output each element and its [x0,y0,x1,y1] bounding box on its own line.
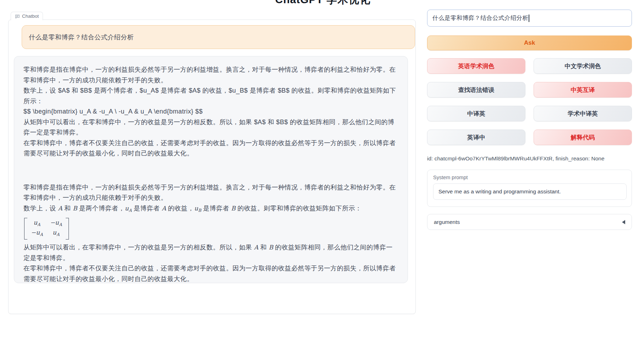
message-paragraph: 数学上，设 $A$ 和 $B$ 是两个博弈者，$u_A$ 是博弈者 $A$ 的收… [23,86,398,106]
message-paragraph: 零和博弈是指在博弈中，一方的利益损失必然等于另一方的利益增益。换言之，对于每一种… [23,65,398,86]
function-button-2[interactable]: 中文学术润色 [534,58,632,74]
chatbot-panel: 什么是零和博弈？结合公式介绍分析 零和博弈是指在博弈中，一方的利益损失必然等于另… [8,20,416,314]
message-paragraph: $$ \begin{bmatrix} u_A & -u_A \ -u_A & u… [23,106,398,117]
payoff-matrix: uA−uA−uAuA [24,218,69,240]
text-cursor [529,15,529,22]
system-prompt-value: Serve me as a writing and programming as… [438,188,561,195]
matrix-cell: −uA [31,229,43,238]
matrix-entries: uA−uA−uAuA [27,218,66,240]
function-button-8[interactable]: 解释代码 [534,130,632,145]
function-button-6[interactable]: 学术中译英 [534,106,632,121]
system-prompt-label: System prompt [433,175,626,180]
matrix-cell: uA [31,219,43,229]
message-paragraph: 零和博弈是指在博弈中，一方的利益损失必然等于另一方的利益增益。换言之，对于每一种… [23,182,398,203]
system-prompt-input[interactable]: Serve me as a writing and programming as… [433,183,627,200]
arguments-accordion-label: arguments [434,219,460,225]
matrix-right-bracket [66,218,69,240]
function-button-1[interactable]: 英语学术润色 [427,58,525,74]
chatbot-panel-label-text: Chatbot [22,13,39,19]
matrix-cell: −uA [50,219,62,229]
chat-bubble-icon [15,14,20,19]
chatbot-panel-label: Chatbot [11,12,43,20]
matrix-cell: uA [50,229,62,238]
message-paragraph: 数学上，设 A 和 B 是两个博弈者，uA 是博弈者 A 的收益，uB 是博弈者… [23,203,398,216]
accordion-collapsed-arrow-icon [622,220,625,224]
status-line: id: chatcmpl-6wOo7KrYTwMl89lbrMWRu4UkFFX… [427,155,637,162]
function-button-7[interactable]: 英译中 [427,130,525,145]
question-input[interactable]: 什么是零和博弈？结合公式介绍分析 [427,10,632,27]
message-paragraph: 在零和博弈中，博弈者不仅要关注自己的收益，还需要考虑对手的收益。因为一方取得的收… [23,263,398,283]
arguments-accordion[interactable]: arguments [427,214,632,230]
system-prompt-card: System prompt Serve me as a writing and … [427,170,632,207]
bot-message-content: 零和博弈是指在博弈中，一方的利益损失必然等于另一方的利益增益。换言之，对于每一种… [23,65,398,283]
page-title: ChatGPT 学术优化 [275,0,371,7]
function-button-grid: 英语学术润色中文学术润色查找语法错误中英互译中译英学术中译英英译中解释代码 [427,58,632,145]
function-button-4[interactable]: 中英互译 [534,82,632,98]
message-blank-lines [23,159,398,182]
matrix-left-bracket [24,218,27,240]
ask-button[interactable]: Ask [427,35,632,50]
ask-button-label: Ask [524,39,535,46]
message-paragraph: 在零和博弈中，博弈者不仅要关注自己的收益，还需要考虑对手的收益。因为一方取得的收… [23,138,398,159]
function-button-5[interactable]: 中译英 [427,106,525,121]
user-message-bubble: 什么是零和博弈？结合公式介绍分析 [22,25,415,49]
question-input-value: 什么是零和博弈？结合公式介绍分析 [432,14,528,22]
message-paragraph: 从矩阵中可以看出，在零和博弈中，一方的收益是另一方的相反数。所以，如果 A 和 … [23,242,398,263]
user-message-text: 什么是零和博弈？结合公式介绍分析 [29,33,134,42]
function-button-3[interactable]: 查找语法错误 [427,82,525,98]
bot-message-bubble: 零和博弈是指在博弈中，一方的利益损失必然等于另一方的利益增益。换言之，对于每一种… [14,56,408,283]
message-paragraph: 从矩阵中可以看出，在零和博弈中，一方的收益是另一方的相反数。所以，如果 $A$ … [23,117,398,138]
